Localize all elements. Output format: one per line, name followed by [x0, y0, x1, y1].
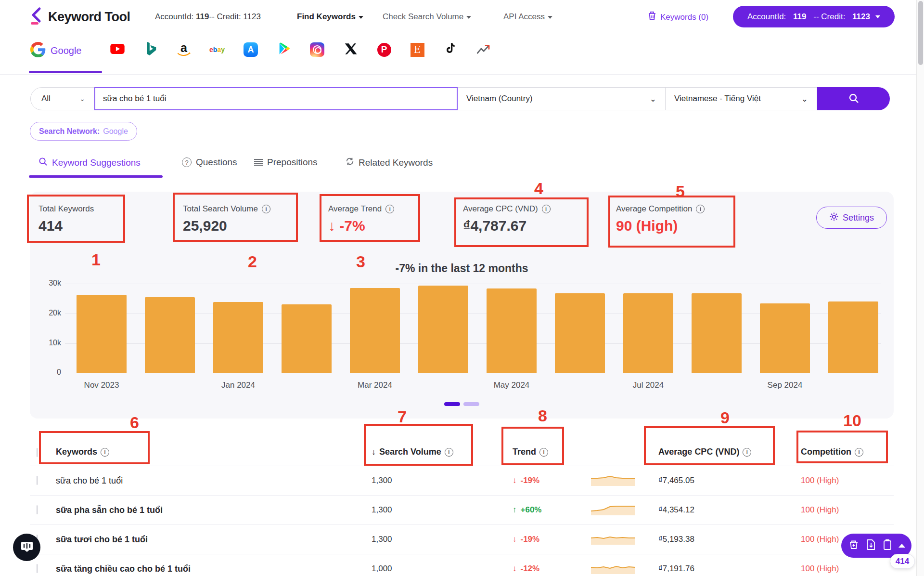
- search-button[interactable]: [817, 87, 890, 110]
- search-volume-cell: 1,300: [372, 535, 508, 544]
- brand-logo[interactable]: Keyword Tool: [29, 7, 130, 27]
- tab-questions[interactable]: ? Questions: [182, 157, 237, 168]
- platform-tab-pinterest[interactable]: P: [375, 41, 393, 58]
- select-all-checkbox[interactable]: [37, 448, 38, 457]
- bar-mar-2024: [350, 288, 400, 373]
- search-input[interactable]: [94, 87, 458, 110]
- search-network-badge[interactable]: Search Network: Google: [30, 122, 137, 141]
- bar-apr-2024: [418, 286, 468, 373]
- row-checkbox[interactable]: [37, 505, 38, 514]
- youtube-icon: [110, 44, 125, 56]
- top-nav: Keyword Tool AccountId: 119-- Credit: 11…: [0, 0, 916, 33]
- platform-tab-x[interactable]: [342, 41, 359, 58]
- gridline: [65, 373, 881, 373]
- x-twitter-icon: [344, 42, 357, 57]
- menu-find-keywords[interactable]: Find Keywords: [297, 12, 363, 22]
- info-icon[interactable]: i: [445, 448, 453, 457]
- platform-tab-etsy[interactable]: E: [409, 41, 426, 58]
- menu-check-search-volume[interactable]: Check Search Volume: [383, 12, 471, 22]
- platform-tab-app-store[interactable]: A: [242, 41, 259, 58]
- table-row[interactable]: sữa pha sẵn cho bé 1 tuổi1,300↑+60%₫4,35…: [30, 496, 894, 525]
- platform-tab-google-play[interactable]: [275, 41, 293, 58]
- ebay-icon: ebay: [209, 46, 225, 53]
- y-axis-tick: 30k: [35, 279, 61, 288]
- trend-arrow-icon: ↓: [513, 535, 517, 544]
- menu-api-access[interactable]: API Access: [503, 12, 552, 22]
- row-checkbox[interactable]: [37, 564, 38, 573]
- trend-sparkline: [591, 562, 658, 576]
- row-checkbox[interactable]: [37, 476, 38, 485]
- table-header-row: Keywordsi ↓ Search Volumei Trendi Averag…: [30, 424, 894, 466]
- account-credit-button[interactable]: AccountId: 119 -- Credit: 1123: [733, 6, 895, 27]
- keyword-cell[interactable]: sữa tươi cho bé 1 tuổi: [56, 535, 372, 545]
- header-trend[interactable]: Trendi: [508, 447, 591, 457]
- list-icon: [254, 159, 263, 166]
- keywords-basket-button[interactable]: Keywords (0): [647, 11, 708, 24]
- result-tabs: Keyword Suggestions ? Questions Preposit…: [0, 153, 916, 177]
- search-volume-cell: 1,300: [372, 505, 508, 515]
- amazon-icon: a: [177, 43, 191, 57]
- trend-cell: ↓-19%: [508, 476, 591, 485]
- pagination-dot[interactable]: [463, 402, 479, 406]
- export-download-icon[interactable]: [866, 539, 876, 552]
- chevron-down-icon: [548, 16, 552, 19]
- platform-tab-trends[interactable]: [475, 41, 492, 58]
- platform-tab-youtube[interactable]: [109, 41, 126, 58]
- header-keywords[interactable]: Keywordsi: [56, 447, 372, 457]
- pagination-dot-active[interactable]: [444, 402, 460, 406]
- tab-related-keywords[interactable]: Related Keywords: [346, 157, 433, 168]
- bar-oct-2024: [828, 301, 878, 373]
- pinterest-icon: P: [377, 43, 391, 57]
- chevron-down-icon: [875, 15, 880, 18]
- tab-active-underline: [29, 175, 163, 178]
- scrollbar-thumb[interactable]: [918, 1, 923, 65]
- trend-arrow-icon: ↑: [513, 505, 517, 515]
- platform-tab-ebay[interactable]: ebay: [208, 41, 226, 58]
- copy-clipboard-icon[interactable]: [883, 539, 892, 552]
- info-icon[interactable]: i: [855, 448, 863, 457]
- keyword-cell[interactable]: sữa tăng chiều cao cho bé 1 tuổi: [56, 564, 372, 574]
- platform-tabs: Google a ebay A: [0, 33, 916, 75]
- country-select[interactable]: Vietnam (Country)⌄: [458, 87, 666, 110]
- add-to-basket-icon[interactable]: [848, 539, 860, 552]
- collapse-up-icon[interactable]: [898, 544, 905, 548]
- overview-card: Total Keywords414Total Search Volumei25,…: [30, 192, 894, 419]
- header-average-cpc[interactable]: Average CPC (VND)i: [658, 447, 801, 457]
- info-icon[interactable]: i: [743, 448, 751, 457]
- chart-pagination: [30, 402, 894, 406]
- bing-icon: [144, 41, 157, 58]
- bar-may-2024: [487, 288, 537, 373]
- info-icon[interactable]: i: [539, 448, 548, 457]
- table-row[interactable]: sữa tăng chiều cao cho bé 1 tuổi1,000↓-1…: [30, 554, 894, 576]
- chevron-down-icon: ⌄: [79, 95, 85, 103]
- keyword-cell[interactable]: sữa cho bé 1 tuổi: [56, 476, 372, 486]
- platform-tab-tiktok[interactable]: [442, 41, 459, 58]
- question-icon: ?: [182, 157, 192, 167]
- bar-feb-2024: [282, 304, 332, 373]
- chevron-down-icon: ⌄: [650, 94, 656, 104]
- tab-prepositions[interactable]: Prepositions: [254, 157, 318, 168]
- x-axis-tick: Sep 2024: [751, 380, 819, 390]
- platform-tab-instagram[interactable]: [308, 41, 326, 58]
- cpc-cell: ₫5,193.38: [658, 535, 801, 544]
- header-competition[interactable]: Competitioni: [801, 447, 894, 457]
- info-icon[interactable]: i: [101, 448, 109, 457]
- platform-tab-bing[interactable]: [142, 41, 159, 58]
- platform-tab-amazon[interactable]: a: [175, 41, 192, 58]
- category-select[interactable]: All⌄: [30, 87, 94, 110]
- header-search-volume[interactable]: ↓ Search Volumei: [372, 447, 508, 457]
- chat-button[interactable]: [13, 534, 40, 561]
- tab-keyword-suggestions[interactable]: Keyword Suggestions: [38, 157, 141, 169]
- selected-count-badge: 414: [890, 554, 915, 569]
- y-axis-tick: 0: [35, 368, 61, 377]
- language-select[interactable]: Vietnamese - Tiếng Việt⌄: [666, 87, 817, 110]
- platform-tab-google[interactable]: Google: [30, 42, 82, 59]
- table-row[interactable]: sữa tươi cho bé 1 tuổi1,300↓-19%₫5,193.3…: [30, 525, 894, 554]
- table-row[interactable]: sữa cho bé 1 tuổi1,300↓-19%₫7,465.05100 …: [30, 466, 894, 496]
- bar-jan-2024: [213, 302, 263, 373]
- keyword-cell[interactable]: sữa pha sẵn cho bé 1 tuổi: [56, 505, 372, 515]
- x-axis-tick: Jul 2024: [615, 380, 682, 390]
- competition-cell: 100 (High): [801, 476, 894, 485]
- y-axis-tick: 10k: [35, 339, 61, 347]
- refresh-icon: [346, 157, 354, 168]
